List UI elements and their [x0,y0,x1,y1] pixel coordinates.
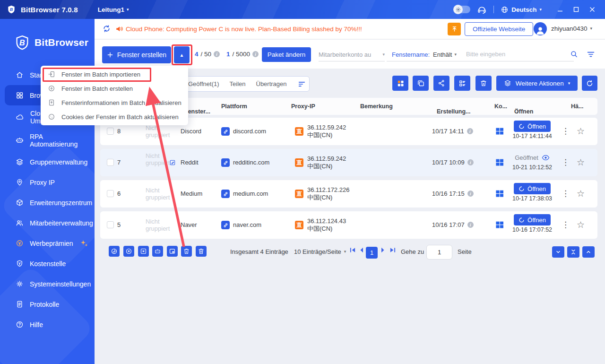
info-icon[interactable]: i [252,51,259,57]
close-all-button[interactable] [123,246,134,257]
sidebar-item-settings[interactable]: Systemeinstellungen [0,274,95,294]
chevron-down-icon: ▾ [568,81,570,86]
menu-item-batch-update-info[interactable]: Fensterinformationen im Batch aktualisie… [41,95,188,110]
refresh-announcement-icon[interactable] [102,24,111,33]
sidebar-item-groups[interactable]: Gruppenverwaltung [0,152,95,172]
tab-opened[interactable]: Geöffnet(1) [188,80,219,87]
sidebar-item-cost-center[interactable]: Kostenstelle [0,253,95,274]
row-more-menu[interactable]: ⋮ [562,189,570,199]
avatar[interactable] [534,22,547,35]
toolbar: Fenster erstellen ▲ 4/ 50 i 1/ 5000 i Pa… [95,40,605,69]
announcement-text[interactable]: Cloud Phone: Computing Power C is now li… [126,26,362,33]
scroll-bottom-button[interactable] [552,246,564,258]
user-menu[interactable]: zhiyuan0430▾ [551,25,592,32]
collapse-button[interactable] [567,246,579,258]
clear-cache-button[interactable] [181,246,192,257]
info-icon[interactable]: i [467,222,474,228]
info-icon[interactable]: i [467,128,473,134]
sidebar-item-rewards[interactable]: Werbeprämien [0,233,95,253]
menu-item-batch-update-cookies[interactable]: Cookies der Fenster im Batch aktualisier… [41,110,188,124]
detail-list-button[interactable] [454,76,470,91]
employee-account-filter[interactable]: Mitarbeiterkonto au▾ [319,48,385,61]
sidebar-item-employees[interactable]: Mitarbeiterverwaltung [0,213,95,233]
favorite-star-icon[interactable]: ☆ [577,157,585,168]
official-website-button[interactable]: Offizielle Webseite [465,22,533,36]
row-more-menu[interactable]: ⋮ [562,126,570,136]
open-window-button[interactable]: Öffnen [514,214,551,225]
favorite-star-icon[interactable]: ☆ [577,219,585,230]
row-domain[interactable]: redditinc.com [233,159,269,166]
language-selector[interactable]: Deutsch ▾ [501,6,542,14]
search-icon[interactable] [570,50,578,58]
open-window-button[interactable]: Öffnen [514,183,551,194]
sidebar-item-rpa[interactable]: RPA Automatisierung [0,129,95,152]
more-actions-button[interactable]: Weitere Aktionen ▾ [496,76,578,91]
edit-icon[interactable] [169,159,176,166]
layout-grid-button[interactable] [392,76,408,91]
info-icon[interactable]: i [467,159,474,165]
tab-transfer[interactable]: Übertragen [256,80,287,87]
col-proxy-ip[interactable]: Proxy-IP [291,103,315,110]
info-icon[interactable]: i [214,51,220,57]
filter-icon[interactable] [587,51,595,58]
next-page-button[interactable] [381,247,385,253]
change-plan-button[interactable]: Paket ändern [262,47,311,62]
create-window-button[interactable]: Fenster erstellen [102,46,171,63]
row-domain[interactable]: naver.com [233,221,261,228]
share-button[interactable] [433,76,449,91]
arrange-windows-button[interactable] [167,246,178,257]
people-icon [16,219,24,227]
last-page-button[interactable] [389,247,396,253]
sidebar-item-proxy-ip[interactable]: Proxy IP [0,172,95,192]
sync-windows-button[interactable] [109,246,120,257]
col-note[interactable]: Bemerkung [360,103,393,110]
row-checkbox[interactable] [107,159,114,166]
refresh-list-button[interactable] [582,76,597,91]
prev-page-button[interactable] [359,247,363,253]
upgrade-button[interactable] [448,23,461,35]
favorite-star-icon[interactable]: ☆ [577,126,585,137]
theme-toggle[interactable] [454,6,470,13]
menu-item-batch-create[interactable]: Fenster im Batch erstellen [41,81,188,95]
search-input[interactable] [466,48,570,61]
maximize-button[interactable] [569,3,583,16]
sidebar-item-extensions[interactable]: Erweiterungszentrum [0,192,95,213]
row-domain[interactable]: medium.com [233,190,268,197]
row-domain[interactable]: discord.com [233,128,266,135]
page-size-select[interactable]: 10 Einträge/Seite▾ [294,248,346,255]
row-window-name: Reddit [181,159,199,166]
col-frequent[interactable]: Hä... [571,103,583,110]
first-page-button[interactable] [350,247,356,253]
eye-icon[interactable] [542,155,550,161]
open-window-button[interactable]: Öffnen [514,121,551,132]
scroll-top-button[interactable] [582,246,595,258]
close-button[interactable] [585,3,599,16]
col-kernel[interactable]: Ko... [494,103,507,110]
create-window-dropdown-button[interactable]: ▲ [174,46,190,63]
support-headset-icon[interactable] [477,5,487,15]
batch-delete-button[interactable] [475,76,492,91]
chevron-down-icon: ▾ [382,52,385,57]
tab-share[interactable]: Teilen [230,80,246,87]
rpa-robot-button[interactable] [152,246,163,257]
favorite-star-icon[interactable]: ☆ [577,188,585,199]
sidebar-item-logs[interactable]: Protokolle [0,294,95,314]
info-icon[interactable]: i [467,191,474,197]
sort-lines-icon[interactable] [298,81,305,87]
sidebar-item-help[interactable]: Hilfe [0,314,95,335]
clone-window-button[interactable] [413,76,429,91]
minimize-button[interactable] [553,3,567,16]
row-checkbox[interactable] [107,221,114,228]
row-more-menu[interactable]: ⋮ [562,157,570,167]
current-page[interactable]: 1 [366,247,378,259]
delete-button[interactable] [196,246,207,257]
row-checkbox[interactable] [107,128,114,135]
menu-item-batch-import[interactable]: Fenster im Batch importieren [41,67,188,81]
col-platform[interactable]: Plattform [221,103,247,110]
match-mode-select[interactable]: Enthält▾ [433,51,457,58]
close-window-button[interactable] [138,246,149,257]
row-more-menu[interactable]: ⋮ [562,220,570,230]
row-checkbox[interactable] [107,190,114,197]
goto-page-input[interactable] [426,245,452,260]
line-selector[interactable]: Leitung1▾ [98,6,129,13]
